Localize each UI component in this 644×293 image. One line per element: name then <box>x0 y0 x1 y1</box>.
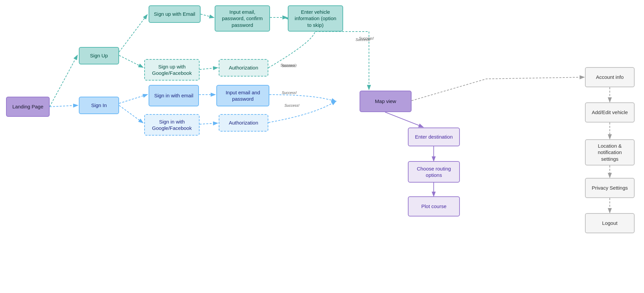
node-sign-in-label: Sign In <box>91 102 107 109</box>
success-label-2: Success! <box>282 91 297 95</box>
node-auth-google-signup: Authorization <box>219 59 268 77</box>
svg-line-8 <box>200 68 217 69</box>
node-sign-up: Sign Up <box>79 47 119 64</box>
node-auth-google-signup-label: Authorization <box>229 64 258 71</box>
svg-line-6 <box>201 14 213 17</box>
arrows-svg <box>0 0 644 293</box>
node-sign-up-label: Sign Up <box>90 52 108 59</box>
svg-line-0 <box>50 56 77 107</box>
node-privacy-settings: Privacy Settings <box>585 178 635 198</box>
node-landing-page: Landing Page <box>6 97 50 117</box>
node-account-info: Account info <box>585 67 635 87</box>
svg-line-10 <box>200 123 217 124</box>
node-landing-page-label: Landing Page <box>12 103 44 110</box>
node-privacy-settings-label: Privacy Settings <box>592 185 628 191</box>
svg-line-4 <box>119 95 147 103</box>
node-map-view-label: Map view <box>375 98 396 105</box>
diagram-container: Success! Success! Success! Success! Succ… <box>0 0 644 293</box>
node-enter-vehicle: Enter vehicle information (option to ski… <box>288 5 343 32</box>
success-teal-google: Success! <box>280 63 296 67</box>
node-signup-email: Sign up with Email <box>149 5 201 23</box>
node-input-email-password: Input email and password <box>216 85 269 106</box>
node-plot-course-label: Plot course <box>421 203 446 210</box>
node-signin-google: Sign in with Google/Facebook <box>144 114 200 136</box>
node-signup-google-label: Sign up with Google/Facebook <box>149 63 195 77</box>
node-signin-google-label: Sign in with Google/Facebook <box>149 118 195 132</box>
node-signup-google: Sign up with Google/Facebook <box>144 59 200 81</box>
node-auth-google-signin: Authorization <box>219 114 268 132</box>
node-choose-routing: Choose routing options <box>408 161 460 183</box>
node-account-info-label: Account info <box>596 74 624 81</box>
node-sign-in: Sign In <box>79 97 119 114</box>
node-logout: Logout <box>585 213 635 233</box>
node-location-notif: Location & notification settings <box>585 139 635 165</box>
node-input-email-password-label: Input email and password <box>221 89 265 102</box>
node-input-email-confirm-label: Input email, password, confirm password <box>219 9 265 29</box>
svg-line-2 <box>119 15 147 52</box>
node-enter-destination-label: Enter destination <box>415 134 453 140</box>
node-auth-google-signin-label: Authorization <box>229 119 258 126</box>
svg-line-1 <box>50 105 77 107</box>
node-signin-email: Sign in with email <box>149 85 199 106</box>
node-logout-label: Logout <box>602 220 618 227</box>
node-add-edit-vehicle-label: Add/Edit vehicle <box>592 109 628 116</box>
svg-line-3 <box>119 55 143 67</box>
node-add-edit-vehicle: Add/Edit vehicle <box>585 102 635 123</box>
node-enter-vehicle-label: Enter vehicle information (option to ski… <box>292 9 338 29</box>
node-input-email-confirm: Input email, password, confirm password <box>215 5 270 32</box>
svg-line-11 <box>385 112 423 127</box>
node-map-view: Map view <box>360 91 412 112</box>
node-enter-destination: Enter destination <box>408 128 460 146</box>
node-signin-email-label: Sign in with email <box>154 92 194 99</box>
node-signup-email-label: Sign up with Email <box>154 11 195 17</box>
node-location-notif-label: Location & notification settings <box>590 143 630 162</box>
node-plot-course: Plot course <box>408 196 460 216</box>
node-choose-routing-label: Choose routing options <box>413 165 455 179</box>
success-blue: Success! <box>284 103 300 107</box>
svg-line-5 <box>119 105 143 123</box>
success-vehicle: Success! <box>359 36 374 40</box>
